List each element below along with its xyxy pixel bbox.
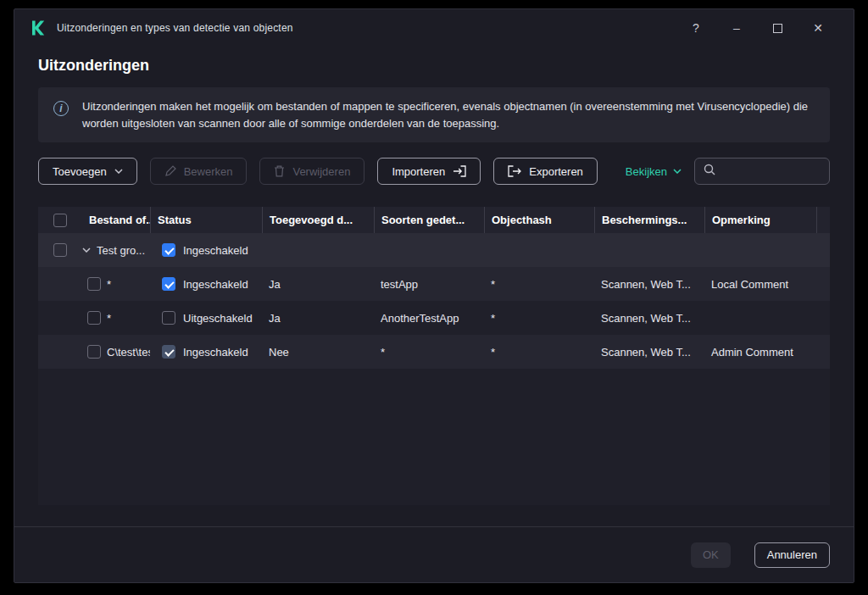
header-added[interactable]: Toegevoegd d... [262, 207, 374, 233]
header-status[interactable]: Status [150, 207, 262, 233]
file-label: * [107, 312, 111, 325]
delete-button[interactable]: Verwijderen [259, 158, 364, 185]
protection-cell: Scannen, Web T... [594, 267, 704, 301]
add-button[interactable]: Toevoegen [38, 158, 137, 185]
table-header-row: Bestand of... Status Toegevoegd d... Soo… [38, 207, 830, 233]
status-cell: Ingeschakeld [150, 335, 262, 369]
comment-cell: Local Comment [704, 267, 816, 301]
expand-chevron-icon[interactable] [82, 247, 91, 253]
status-checkbox[interactable] [162, 243, 175, 257]
row-select-checkbox[interactable] [87, 311, 101, 325]
group-name-cell: Test gro... [82, 233, 150, 267]
info-icon: i [53, 101, 69, 116]
view-dropdown-label: Bekijken [626, 165, 667, 178]
protection-cell: Scannen, Web T... [594, 301, 704, 335]
status-cell: Uitgeschakeld [150, 301, 262, 335]
header-file[interactable]: Bestand of... [82, 207, 150, 233]
row-select-checkbox[interactable] [87, 345, 101, 359]
added-cell: Ja [262, 301, 374, 335]
header-hash[interactable]: Objecthash [484, 207, 594, 233]
file-label: * [107, 278, 111, 291]
export-icon [508, 165, 521, 177]
status-checkbox[interactable] [162, 277, 175, 291]
window-title: Uitzonderingen en types van detectie van… [57, 22, 293, 34]
hash-cell: * [484, 267, 594, 301]
group-name: Test gro... [97, 244, 145, 257]
minimize-button[interactable]: – [716, 15, 757, 41]
import-button-label: Importeren [392, 165, 445, 178]
select-all-checkbox[interactable] [53, 214, 67, 227]
info-banner: i Uitzonderingen maken het mogelijk om b… [38, 87, 830, 142]
hash-cell: * [484, 301, 594, 335]
types-cell: * [374, 335, 484, 369]
maximize-icon [773, 24, 782, 33]
header-comment[interactable]: Opmerking [704, 207, 816, 233]
row-select-checkbox[interactable] [87, 277, 101, 291]
edit-button-label: Bewerken [184, 165, 233, 178]
dialog-footer: OK Annuleren [14, 526, 854, 582]
maximize-button[interactable] [757, 15, 798, 41]
table-empty-area [38, 369, 830, 505]
page-title: Uitzonderingen [38, 57, 854, 75]
info-text: Uitzonderingen maken het mogelijk om bes… [82, 98, 815, 131]
toolbar: Toevoegen Bewerken Verwijderen Importere… [38, 158, 830, 185]
row-checkbox-cell [38, 301, 82, 335]
status-label: Uitgeschakeld [183, 312, 253, 325]
edit-button[interactable]: Bewerken [150, 158, 248, 185]
status-cell: Ingeschakeld [150, 267, 262, 301]
comment-cell: Admin Comment [704, 335, 816, 369]
added-cell: Nee [262, 335, 374, 369]
types-cell: AnotherTestApp [374, 301, 484, 335]
delete-button-label: Verwijderen [292, 165, 350, 178]
view-dropdown[interactable]: Bekijken [626, 165, 682, 178]
window-controls: ? – ✕ [676, 15, 838, 41]
add-button-label: Toevoegen [53, 165, 107, 178]
table-row[interactable]: C\test\tes... Ingeschakeld Nee * * Scann… [38, 335, 830, 369]
table-row[interactable]: * Uitgeschakeld Ja AnotherTestApp * Scan… [38, 301, 830, 335]
dialog-window: Uitzonderingen en types van detectie van… [14, 8, 854, 583]
close-button[interactable]: ✕ [798, 15, 838, 41]
row-checkbox-cell [38, 267, 82, 301]
chevron-down-icon [673, 169, 682, 174]
import-icon [453, 165, 466, 177]
added-cell: Ja [262, 267, 374, 301]
status-label: Ingeschakeld [183, 346, 248, 359]
header-types[interactable]: Soorten gedet... [374, 207, 484, 233]
row-checkbox-cell [38, 233, 82, 267]
search-input[interactable] [722, 164, 821, 179]
file-cell: C\test\tes... [82, 335, 150, 369]
cancel-button[interactable]: Annuleren [754, 542, 830, 568]
status-label: Ingeschakeld [183, 278, 248, 291]
ok-button[interactable]: OK [691, 542, 731, 568]
trash-icon [274, 165, 285, 177]
export-button[interactable]: Exporteren [493, 158, 598, 185]
header-filler [816, 207, 831, 233]
search-box[interactable] [694, 158, 830, 185]
file-cell: * [82, 267, 150, 301]
status-checkbox [162, 345, 175, 359]
row-checkbox-cell [38, 335, 82, 369]
exceptions-table: Bestand of... Status Toegevoegd d... Soo… [38, 207, 830, 505]
row-select-checkbox[interactable] [53, 243, 67, 257]
file-label: C\test\tes... [107, 346, 150, 359]
types-cell: testApp [374, 267, 484, 301]
status-label: Ingeschakeld [183, 244, 248, 257]
hash-cell: * [484, 335, 594, 369]
table-row[interactable]: * Ingeschakeld Ja testApp * Scannen, Web… [38, 267, 830, 301]
kaspersky-logo-icon [30, 19, 47, 36]
pencil-icon [164, 165, 176, 177]
title-bar: Uitzonderingen en types van detectie van… [14, 9, 854, 47]
export-button-label: Exporteren [529, 165, 583, 178]
header-checkbox-cell [38, 207, 82, 233]
header-protection[interactable]: Beschermings... [594, 207, 704, 233]
search-icon [704, 164, 715, 179]
status-checkbox[interactable] [162, 311, 175, 325]
import-button[interactable]: Importeren [377, 158, 481, 185]
file-cell: * [82, 301, 150, 335]
help-button[interactable]: ? [676, 15, 716, 41]
protection-cell: Scannen, Web T... [594, 335, 704, 369]
chevron-down-icon [114, 169, 123, 174]
status-cell: Ingeschakeld [150, 233, 262, 267]
table-row-group[interactable]: Test gro... Ingeschakeld [38, 233, 830, 267]
comment-cell [704, 301, 816, 335]
